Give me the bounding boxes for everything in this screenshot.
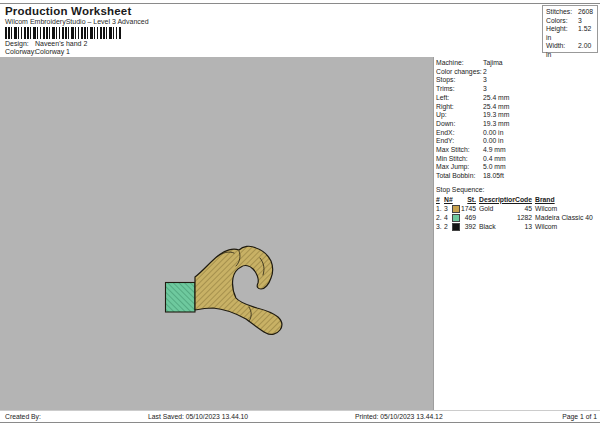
stat-row: Stitches:2608	[546, 8, 597, 17]
info-row: Min Stitch:0.4 mm	[436, 155, 600, 164]
last-saved-label: Last Saved: 05/10/2023 13.44.10	[148, 411, 248, 422]
design-canvas	[0, 57, 434, 410]
app-subtitle: Wilcom EmbroideryStudio – Level 3 Advanc…	[5, 18, 149, 25]
info-row: Max Stitch:4.9 mm	[436, 146, 600, 155]
info-row: Right:25.4 mm	[436, 103, 600, 112]
info-row: Up:19.3 mm	[436, 111, 600, 120]
thread-color-swatch	[452, 205, 460, 213]
design-name: Naveen's hand 2	[35, 40, 87, 47]
thread-color-swatch	[452, 214, 460, 222]
barcode-icon	[5, 27, 122, 39]
info-row: Stops:3	[436, 76, 600, 85]
info-row: Total Bobbin:18.05ft	[436, 172, 600, 181]
info-row: Max Jump:5.0 mm	[436, 163, 600, 172]
stop-sequence-row: 1. 3 1745 Gold 45 Wilcom	[436, 204, 600, 213]
colorway-name: Colorway 1	[35, 48, 70, 55]
info-row: EndY:0.00 in	[436, 137, 600, 146]
info-row: Down:19.3 mm	[436, 120, 600, 129]
hand-shape	[195, 246, 282, 334]
colorway-label: Colorway:	[5, 48, 35, 55]
created-by-label: Created By:	[5, 411, 41, 422]
thread-color-swatch	[452, 223, 460, 231]
printed-label: Printed: 05/10/2023 13.44.12	[355, 411, 443, 422]
worksheet-header: Production Worksheet Wilcom EmbroiderySt…	[0, 3, 600, 58]
page-number: Page 1 of 1	[562, 411, 597, 422]
info-row: Machine:Tajima	[436, 59, 600, 68]
worksheet-footer: Created By: Last Saved: 05/10/2023 13.44…	[0, 410, 600, 423]
production-worksheet-page: Production Worksheet Wilcom EmbroiderySt…	[0, 0, 600, 424]
info-row: Trims:3	[436, 85, 600, 94]
info-row: EndX:0.00 in	[436, 129, 600, 138]
machine-info-panel: Machine:Tajima Color changes:2 Stops:3 T…	[434, 57, 600, 410]
hand-embroidery-design	[163, 245, 287, 341]
design-label: Design:	[5, 40, 35, 47]
info-row: Left:25.4 mm	[436, 94, 600, 103]
design-row: Design:Naveen's hand 2	[5, 40, 87, 47]
design-stats-box: Stitches:2608 Colors:3 Height:1.52 in Wi…	[542, 5, 598, 53]
stop-sequence-title: Stop Sequence:	[436, 186, 600, 195]
stat-row: Colors:3	[546, 17, 597, 26]
page-title: Production Worksheet	[5, 5, 131, 17]
stop-sequence-row: 2. 4 469 1282 Madeira Classic 40	[436, 213, 600, 222]
info-row: Color changes:2	[436, 68, 600, 77]
stop-sequence-header-row: # N# St. Description Code Brand	[436, 195, 600, 204]
cuff-shape	[166, 283, 196, 313]
stop-sequence-row: 3. 2 392 Black 13 Wilcom	[436, 222, 600, 231]
stat-row: Height:1.52 in	[546, 25, 597, 42]
colorway-row: Colorway:Colorway 1	[5, 48, 70, 55]
